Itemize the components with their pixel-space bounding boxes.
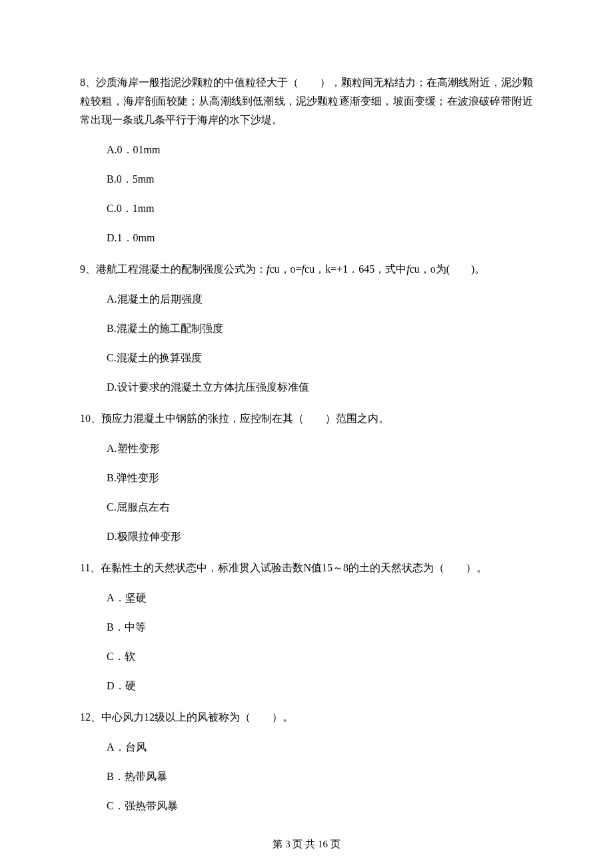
option-a: A.混凝土的后期强度 (107, 292, 533, 307)
question-9-stem: 9、港航工程混凝土的配制强度公式为：fcu，o=fcu，k=+1．645，式中f… (80, 260, 533, 279)
pager-middle: 页 共 (291, 839, 318, 849)
option-a: A.0．01mm (107, 143, 533, 157)
option-b: B.0．5mm (107, 172, 533, 187)
option-c: C．软 (107, 649, 533, 664)
question-8-stem: 8、沙质海岸一般指泥沙颗粒的中值粒径大于（ ），颗粒间无粘结力；在高潮线附近，泥… (80, 73, 533, 129)
stem-text: ）范围之内。 (325, 413, 389, 424)
option-d: D.极限拉伸变形 (107, 529, 533, 544)
option-a: A．台风 (107, 740, 533, 755)
question-12-options: A．台风 B．热带风暴 C．强热带风暴 (80, 740, 533, 813)
question-10-options: A.塑性变形 B.弹性变形 C.屈服点左右 D.极限拉伸变形 (80, 441, 533, 544)
question-11-stem: 11、在黏性土的天然状态中，标准贯入试验击数N值15～8的土的天然状态为（ ）。 (80, 559, 533, 577)
question-number: 12、 (80, 711, 101, 723)
option-b: B．热带风暴 (107, 769, 533, 784)
question-number: 11、 (80, 562, 101, 573)
option-d: D.设计要求的混凝土立方体抗压强度标准值 (107, 380, 533, 395)
stem-text: 在黏性土的天然状态中，标准贯入试验击数N值15～8的土的天然状态为（ (101, 562, 444, 573)
option-a: A．坚硬 (107, 591, 533, 605)
stem-text: 预应力混凝土中钢筋的张拉，应控制在其（ (101, 413, 304, 424)
question-number: 8、 (80, 77, 96, 88)
pager-prefix: 第 (273, 839, 285, 849)
document-page: 8、沙质海岸一般指泥沙颗粒的中值粒径大于（ ），颗粒间无粘结力；在高潮线附近，泥… (0, 0, 613, 868)
question-12-stem: 12、中心风力12级以上的风被称为（ ）。 (80, 708, 533, 727)
option-d: D．硬 (107, 679, 533, 693)
option-b: B.混凝土的施工配制强度 (107, 321, 533, 336)
stem-text: cu，o为( )。 (410, 263, 486, 275)
stem-text: ）。 (272, 711, 293, 723)
option-a: A.塑性变形 (107, 441, 533, 456)
question-11-options: A．坚硬 B．中等 C．软 D．硬 (80, 591, 533, 693)
option-c: C.屈服点左右 (107, 500, 533, 515)
question-8-options: A.0．01mm B.0．5mm C.0．1mm D.1．0mm (80, 143, 533, 245)
stem-text: 沙质海岸一般指泥沙颗粒的中值粒径大于（ (96, 77, 299, 88)
option-b: B．中等 (107, 620, 533, 635)
option-d: D.1．0mm (107, 231, 533, 245)
stem-text: 港航工程混凝土的配制强度公式为： (96, 263, 267, 275)
blank (444, 562, 466, 573)
question-number: 9、 (80, 263, 96, 275)
option-c: C．强热带风暴 (107, 799, 533, 813)
pager-total: 16 (318, 839, 328, 849)
option-b: B.弹性变形 (107, 471, 533, 485)
stem-text: 中心风力12级以上的风被称为（ (101, 711, 251, 723)
question-9-options: A.混凝土的后期强度 B.混凝土的施工配制强度 C.混凝土的换算强度 D.设计要… (80, 292, 533, 395)
pager-current: 3 (285, 839, 291, 849)
stem-text: ）。 (466, 562, 487, 573)
option-c: C.0．1mm (107, 201, 533, 216)
blank (251, 711, 272, 723)
blank (299, 77, 320, 88)
stem-text: cu，o= (269, 263, 301, 275)
page-number: 第 3 页 共 16 页 (0, 838, 613, 851)
question-number: 10、 (80, 413, 101, 424)
stem-text: cu，k=+1．645，式中 (305, 263, 406, 275)
question-10-stem: 10、预应力混凝土中钢筋的张拉，应控制在其（ ）范围之内。 (80, 409, 533, 428)
option-c: C.混凝土的换算强度 (107, 351, 533, 365)
pager-suffix: 页 (328, 839, 340, 849)
blank (304, 413, 325, 424)
